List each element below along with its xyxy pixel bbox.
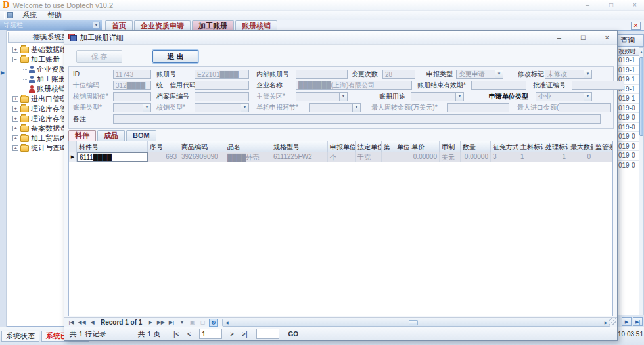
consumption-stage-select[interactable]: ▼: [309, 103, 361, 112]
expander-icon[interactable]: +: [12, 47, 18, 53]
menu-system[interactable]: 系统: [17, 11, 42, 20]
dropdown-arrow-icon[interactable]: ▼: [143, 104, 150, 112]
nav-first-icon[interactable]: |◀: [67, 319, 76, 327]
dropdown-arrow-icon[interactable]: ▼: [584, 70, 591, 78]
expander-icon[interactable]: +: [12, 106, 18, 112]
column-header[interactable]: 申报单位: [328, 141, 356, 152]
grid-horizontal-scrollbar[interactable]: ◀ ▶: [222, 319, 610, 327]
table-row[interactable]: 019-0: [618, 132, 639, 142]
column-header[interactable]: 规格型号: [271, 141, 328, 152]
first-page-button[interactable]: |<: [173, 331, 179, 338]
tab-book-verification[interactable]: 账册核销: [235, 20, 277, 30]
scroll-right-icon[interactable]: ▶: [622, 317, 632, 326]
resize-grip[interactable]: [609, 318, 616, 325]
scroll-left-icon[interactable]: ◀: [223, 319, 231, 326]
goto-page-input[interactable]: [256, 329, 279, 339]
cell-price[interactable]: 0.00000: [409, 152, 440, 162]
change-count-field[interactable]: [382, 70, 415, 79]
cell-declare-unit[interactable]: 个: [328, 152, 356, 162]
table-row[interactable]: 019-1: [618, 94, 639, 104]
cell-exempt-mode[interactable]: 3: [491, 152, 518, 162]
ten-code-field[interactable]: [113, 81, 151, 90]
table-row[interactable]: 019-1: [618, 56, 639, 66]
cell-name[interactable]: ████外壳: [225, 152, 271, 162]
nav-next-icon[interactable]: ▶: [146, 319, 154, 327]
id-field[interactable]: [113, 70, 151, 79]
cell-qty[interactable]: 0.00000: [461, 152, 491, 162]
expander-icon[interactable]: +: [12, 135, 18, 141]
last-page-button[interactable]: >|: [242, 331, 247, 338]
max-import-field[interactable]: [559, 103, 611, 112]
prev-page-button[interactable]: <: [187, 331, 191, 338]
scrollbar-thumb[interactable]: [409, 320, 418, 325]
end-date-field[interactable]: [471, 81, 526, 90]
cell-hs-code[interactable]: 3926909090: [179, 152, 225, 162]
dropdown-arrow-icon[interactable]: ▼: [495, 70, 503, 78]
apply-unit-type-select[interactable]: 企业▼: [536, 92, 592, 101]
scroll-end-icon[interactable]: ▶|: [633, 317, 643, 326]
cell-seq[interactable]: 693: [148, 152, 179, 162]
scrollbar-thumb[interactable]: [639, 57, 643, 136]
archive-no-field[interactable]: [195, 92, 249, 101]
cell-spec[interactable]: 6111225FW2: [271, 152, 328, 162]
column-header[interactable]: 监管条件: [593, 141, 613, 152]
verify-type-select[interactable]: ▼: [195, 103, 249, 112]
column-header[interactable]: 料件号: [77, 141, 148, 152]
table-row[interactable]: 019-0: [618, 123, 639, 133]
cell-second-unit[interactable]: [382, 152, 409, 162]
credit-code-field[interactable]: [195, 81, 249, 90]
column-header[interactable]: 商品编码: [179, 141, 225, 152]
scroll-up-icon[interactable]: ▲: [639, 48, 643, 56]
cell-legal-unit[interactable]: 千克: [356, 152, 382, 162]
nav-last-icon[interactable]: ▶|: [167, 319, 175, 327]
tab-processing-book[interactable]: 加工账册: [192, 20, 234, 30]
refresh-icon[interactable]: ↻: [209, 319, 218, 327]
internal-no-field[interactable]: [296, 70, 348, 79]
cell-supervision[interactable]: [593, 152, 613, 162]
tab-materials[interactable]: 料件: [68, 130, 96, 141]
expander-icon[interactable]: +: [12, 126, 18, 131]
next-page-button[interactable]: >: [230, 331, 234, 338]
column-header[interactable]: 法定单位: [356, 141, 382, 152]
column-header[interactable]: 最大数量: [568, 141, 593, 152]
dropdown-arrow-icon[interactable]: ▼: [584, 93, 591, 101]
pin-icon[interactable]: ▼: [93, 22, 100, 28]
nav-prev-page-icon[interactable]: ◀◀: [78, 319, 86, 327]
dialog-close-button[interactable]: ×: [605, 34, 609, 41]
exit-button[interactable]: 退 出: [152, 50, 198, 63]
column-header[interactable]: 币制: [440, 141, 461, 152]
expander-icon[interactable]: −: [12, 57, 18, 62]
table-row[interactable]: 019-0: [618, 161, 639, 171]
modify-flag-select[interactable]: 未修改▼: [545, 70, 592, 79]
expander-icon[interactable]: +: [12, 116, 18, 122]
tab-products[interactable]: 成品: [97, 130, 125, 141]
minimize-button[interactable]: –: [584, 0, 591, 10]
customs-district-select[interactable]: ▼: [296, 92, 348, 101]
column-header[interactable]: 第二单位: [382, 141, 409, 152]
max-turnover-field[interactable]: [447, 103, 509, 112]
expander-icon[interactable]: +: [12, 145, 18, 151]
background-column-header[interactable]: 改效时: [618, 47, 639, 56]
table-row[interactable]: 019-0: [618, 104, 639, 114]
cell-main-flag[interactable]: 1: [518, 152, 543, 162]
tab-home[interactable]: 首页: [105, 20, 133, 30]
book-type-select[interactable]: ▼: [113, 103, 151, 112]
cancel-edit-icon[interactable]: ▢: [198, 319, 207, 327]
cell-max-qty[interactable]: 0: [568, 152, 593, 162]
tab-close-icon[interactable]: ✕: [631, 22, 641, 30]
book-usage-select[interactable]: ▼: [411, 92, 464, 101]
verify-cycle-field[interactable]: [113, 92, 151, 101]
dropdown-arrow-icon[interactable]: ▼: [339, 93, 347, 101]
tab-bom[interactable]: BOM: [126, 130, 156, 141]
table-row[interactable]: 019-0: [618, 151, 639, 161]
company-field[interactable]: [296, 81, 412, 90]
table-row[interactable]: 019-1: [618, 66, 639, 76]
nav-prev-icon[interactable]: ◀: [88, 319, 97, 327]
remark-field[interactable]: [113, 114, 601, 124]
column-header[interactable]: 数量: [461, 141, 491, 152]
background-vertical-scrollbar[interactable]: ▲: [639, 47, 644, 315]
close-button[interactable]: ×: [631, 0, 639, 10]
expander-icon[interactable]: +: [12, 96, 18, 102]
column-header[interactable]: 处理标记: [543, 141, 568, 152]
column-header[interactable]: 征免方式: [491, 141, 518, 152]
